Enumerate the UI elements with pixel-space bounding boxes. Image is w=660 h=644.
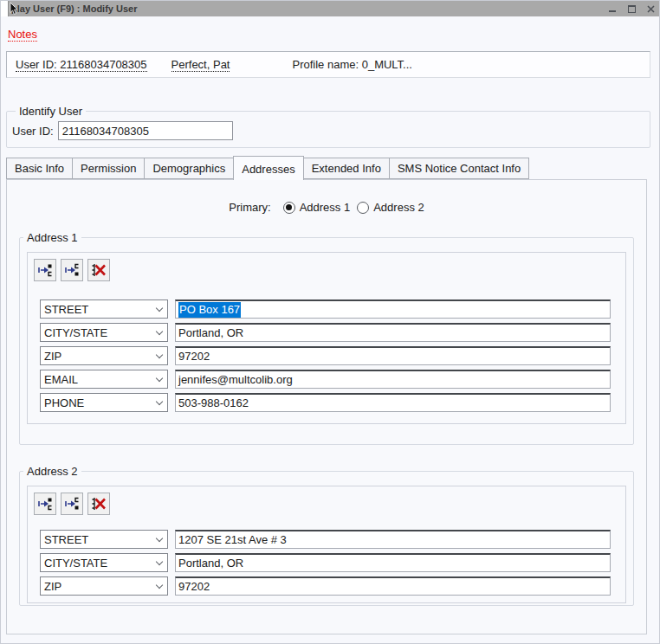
address2-zip-input[interactable]: 97202 [175,576,611,596]
user-name-summary[interactable]: Perfect, Pat [171,58,230,72]
identify-user-legend: Identify User [16,105,86,118]
chevron-down-icon [156,581,163,588]
primary-address1-radio[interactable]: Address 1 [283,201,351,214]
minimize-button[interactable] [607,3,618,14]
close-button[interactable] [645,3,656,14]
identify-user-group: Identify User User ID: 21168034708305 [6,105,650,148]
chevron-down-icon [156,351,163,357]
dialog-content: Notes User ID: 21168034708305 Perfect, P… [1,16,659,643]
insert-field-before-icon [37,496,53,512]
address1-legend: Address 1 [23,231,81,244]
maximize-button[interactable] [626,3,637,14]
user-id-label: User ID: [12,125,54,138]
tab-addresses[interactable]: Addresses [233,156,303,180]
address1-group: Address 1 [19,231,634,445]
window-edge-strip [1,1,9,16]
address2-row-street: STREET 1207 SE 21st Ave # 3 [40,530,625,549]
address2-rows: STREET 1207 SE 21st Ave # 3 CITY/STATE [40,530,625,596]
insert-field-after-icon [64,496,80,512]
address1-panel: STREET PO Box 167 CITY/STATE [27,252,626,424]
delete-field-button[interactable] [87,493,110,515]
chevron-down-icon [156,374,163,381]
notes-link[interactable]: Notes [8,28,37,42]
address2-zip-field-select[interactable]: ZIP [40,576,168,596]
delete-field-icon [91,262,107,278]
address1-phone-field-select[interactable]: PHONE [40,393,168,412]
address1-zip-field-select[interactable]: ZIP [40,346,168,365]
delete-field-icon [91,496,107,512]
address1-row-phone: PHONE 503-988-0162 [40,393,625,412]
address2-legend: Address 2 [23,465,81,478]
address1-row-zip: ZIP 97202 [40,346,625,365]
address1-citystate-input[interactable]: Portland, OR [175,323,611,342]
tab-strip: Basic Info Permission Demographics Addre… [6,156,652,179]
chevron-down-icon [156,327,163,334]
insert-field-before-button[interactable] [34,493,56,515]
address2-citystate-field-select[interactable]: CITY/STATE [40,553,168,572]
window-title: play User (F9) : Modify User [11,3,137,14]
address2-toolbar [28,486,625,515]
user-id-input[interactable]: 21168034708305 [58,121,233,140]
profile-name-summary: Profile name: 0_MULT... [292,58,411,71]
tab-extended-info[interactable]: Extended Info [303,158,390,179]
address2-panel: STREET 1207 SE 21st Ave # 3 CITY/STATE [27,486,626,603]
address2-citystate-input[interactable]: Portland, OR [175,553,611,572]
address1-row-citystate: CITY/STATE Portland, OR [40,323,625,342]
address1-row-email: EMAIL jennifes@multcolib.org [40,370,625,389]
insert-field-before-button[interactable] [34,259,56,281]
chevron-down-icon [156,397,163,404]
address1-rows: STREET PO Box 167 CITY/STATE [40,299,625,412]
address1-email-input[interactable]: jennifes@multcolib.org [175,370,611,389]
tab-permission[interactable]: Permission [72,158,145,179]
primary-label: Primary: [229,201,270,214]
primary-address2-radio[interactable]: Address 2 [357,201,424,214]
title-bar[interactable]: play User (F9) : Modify User [1,1,659,16]
user-id-summary[interactable]: User ID: 21168034708305 [16,58,147,72]
address1-email-field-select[interactable]: EMAIL [40,370,168,389]
address1-row-street: STREET PO Box 167 [40,299,625,319]
insert-field-after-icon [64,262,80,278]
insert-field-after-button[interactable] [61,493,83,515]
user-summary-bar: User ID: 21168034708305 Perfect, Pat Pro… [6,51,650,78]
delete-field-button[interactable] [87,259,110,281]
address2-row-citystate: CITY/STATE Portland, OR [40,553,625,572]
address1-phone-input[interactable]: 503-988-0162 [175,393,611,412]
insert-field-after-button[interactable] [61,259,83,281]
tab-sms-notice-contact-info[interactable]: SMS Notice Contact Info [389,158,529,179]
radio-checked-icon[interactable] [283,202,295,214]
address2-street-input[interactable]: 1207 SE 21st Ave # 3 [175,530,611,549]
radio-unchecked-icon[interactable] [357,202,369,214]
addresses-tab-panel: Primary: Address 1 Address 2 Address 1 [6,179,647,634]
chevron-down-icon [156,534,163,541]
chevron-down-icon [156,304,163,311]
tab-basic-info[interactable]: Basic Info [6,158,73,179]
mouse-cursor-icon [10,3,19,18]
address1-toolbar [28,253,625,281]
address2-street-field-select[interactable]: STREET [40,530,168,549]
insert-field-before-icon [37,262,53,278]
address2-row-zip: ZIP 97202 [40,576,625,596]
address1-street-input[interactable]: PO Box 167 [175,299,611,319]
address2-group: Address 2 [19,465,634,606]
modify-user-window: play User (F9) : Modify User Notes User … [0,0,660,644]
address1-street-field-select[interactable]: STREET [40,299,168,319]
address1-zip-input[interactable]: 97202 [175,346,611,365]
address1-citystate-field-select[interactable]: CITY/STATE [40,323,168,342]
chevron-down-icon [156,557,163,564]
tab-demographics[interactable]: Demographics [144,158,234,179]
primary-address-selector: Primary: Address 1 Address 2 [16,201,637,214]
